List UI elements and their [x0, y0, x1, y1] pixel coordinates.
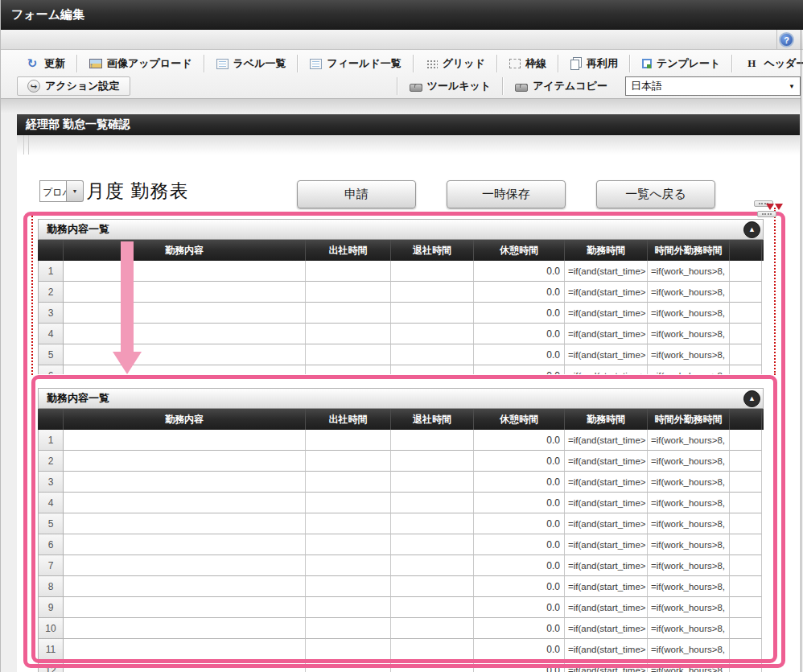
work-content-cell[interactable]	[64, 472, 306, 493]
break-time-cell[interactable]: 0.0	[474, 555, 565, 576]
start-time-cell[interactable]	[306, 430, 391, 451]
end-time-cell[interactable]	[391, 344, 474, 365]
overtime-formula-cell[interactable]: =if(work_hours>8,	[648, 597, 730, 618]
row-number-cell[interactable]: 6	[38, 365, 64, 374]
work-content-cell[interactable]	[64, 597, 306, 618]
resize-handle[interactable]	[757, 211, 776, 217]
start-time-cell[interactable]	[306, 324, 391, 344]
empty-cell[interactable]	[730, 639, 762, 660]
toolbar-button-image-upload[interactable]: 画像アップロード	[80, 54, 202, 73]
start-time-cell[interactable]	[306, 513, 391, 534]
break-time-cell[interactable]: 0.0	[474, 660, 565, 672]
end-time-cell[interactable]	[391, 324, 474, 344]
end-time-cell[interactable]	[391, 365, 474, 374]
end-time-cell[interactable]	[391, 282, 474, 303]
row-number-cell[interactable]: 8	[38, 576, 64, 597]
empty-cell[interactable]	[730, 660, 762, 672]
work-content-cell[interactable]	[64, 430, 306, 451]
work-time-formula-cell[interactable]: =if(and(start_time>	[565, 282, 648, 303]
overtime-formula-cell[interactable]: =if(work_hours>8,	[648, 618, 730, 639]
empty-cell[interactable]	[730, 597, 762, 618]
help-icon[interactable]: ?	[779, 32, 794, 47]
end-time-cell[interactable]	[391, 639, 474, 660]
row-number-cell[interactable]: 1	[38, 261, 64, 282]
overtime-formula-cell[interactable]: =if(work_hours>8,	[648, 451, 730, 472]
overtime-formula-cell[interactable]: =if(work_hours>8,	[648, 534, 730, 555]
row-number-cell[interactable]: 7	[38, 555, 64, 576]
work-time-formula-cell[interactable]: =if(and(start_time>	[565, 534, 648, 555]
empty-cell[interactable]	[730, 451, 762, 472]
work-content-cell[interactable]	[64, 618, 306, 639]
toolbar-button-grid[interactable]: グリッド	[416, 54, 495, 73]
break-time-cell[interactable]: 0.0	[474, 639, 565, 660]
work-time-formula-cell[interactable]: =if(and(start_time>	[565, 451, 648, 472]
end-time-cell[interactable]	[391, 493, 474, 513]
break-time-cell[interactable]: 0.0	[474, 493, 565, 513]
work-time-formula-cell[interactable]: =if(and(start_time>	[565, 576, 648, 597]
toolbar-button-header-footer[interactable]: ヘッダーとフッター	[735, 54, 803, 73]
empty-cell[interactable]	[730, 365, 762, 374]
toolbar-button-update[interactable]: 更新	[15, 54, 75, 73]
overtime-formula-cell[interactable]: =if(work_hours>8,	[648, 344, 730, 365]
start-time-cell[interactable]	[306, 618, 391, 639]
start-time-cell[interactable]	[306, 576, 391, 597]
overtime-formula-cell[interactable]: =if(work_hours>8,	[648, 555, 730, 576]
toolbar-button-action-settings[interactable]: アクション設定	[17, 76, 130, 96]
overtime-formula-cell[interactable]: =if(work_hours>8,	[648, 365, 730, 374]
toolbar-button-reuse[interactable]: 再利用	[561, 54, 628, 73]
work-time-formula-cell[interactable]: =if(and(start_time>	[565, 261, 648, 282]
row-number-cell[interactable]: 9	[38, 597, 64, 618]
work-content-cell[interactable]	[64, 555, 306, 576]
work-time-formula-cell[interactable]: =if(and(start_time>	[565, 660, 648, 672]
start-time-cell[interactable]	[306, 344, 391, 365]
empty-cell[interactable]	[730, 555, 762, 576]
collapse-button[interactable]: ▲	[743, 221, 760, 238]
break-time-cell[interactable]: 0.0	[474, 344, 565, 365]
break-time-cell[interactable]: 0.0	[474, 597, 565, 618]
end-time-cell[interactable]	[391, 303, 474, 324]
work-content-cell[interactable]	[64, 534, 306, 555]
empty-cell[interactable]	[730, 472, 762, 493]
overtime-formula-cell[interactable]: =if(work_hours>8,	[648, 576, 730, 597]
row-number-cell[interactable]: 10	[38, 618, 64, 639]
language-select[interactable]: 日本語▼	[625, 76, 801, 96]
work-time-formula-cell[interactable]: =if(and(start_time>	[565, 493, 648, 513]
end-time-cell[interactable]	[391, 472, 474, 493]
toolbar-button-label-list[interactable]: ラベル一覧	[207, 54, 296, 73]
back-to-list-button[interactable]: 一覧へ戻る	[596, 180, 715, 208]
work-content-cell[interactable]	[64, 324, 306, 344]
toolbar-button-item-copy[interactable]: アイテムコピー	[505, 76, 617, 96]
end-time-cell[interactable]	[391, 513, 474, 534]
work-content-cell[interactable]	[64, 576, 306, 597]
work-content-cell[interactable]	[64, 365, 306, 374]
collapse-button[interactable]: ▲	[743, 390, 760, 407]
start-time-cell[interactable]	[306, 365, 391, 374]
end-time-cell[interactable]	[391, 534, 474, 555]
start-time-cell[interactable]	[306, 597, 391, 618]
work-content-cell[interactable]	[64, 639, 306, 660]
start-time-cell[interactable]	[306, 472, 391, 493]
overtime-formula-cell[interactable]: =if(work_hours>8,	[648, 303, 730, 324]
work-time-formula-cell[interactable]: =if(and(start_time>	[565, 513, 648, 534]
start-time-cell[interactable]	[306, 261, 391, 282]
work-time-formula-cell[interactable]: =if(and(start_time>	[565, 555, 648, 576]
apply-button[interactable]: 申請	[297, 180, 416, 208]
empty-cell[interactable]	[730, 618, 762, 639]
work-content-cell[interactable]	[64, 303, 306, 324]
overtime-formula-cell[interactable]: =if(work_hours>8,	[648, 261, 730, 282]
row-number-cell[interactable]: 1	[38, 430, 64, 451]
empty-cell[interactable]	[730, 493, 762, 513]
break-time-cell[interactable]: 0.0	[474, 261, 565, 282]
work-content-cell[interactable]	[64, 513, 306, 534]
start-time-cell[interactable]	[306, 451, 391, 472]
break-time-cell[interactable]: 0.0	[474, 430, 565, 451]
row-number-cell[interactable]: 4	[38, 324, 64, 344]
break-time-cell[interactable]: 0.0	[474, 365, 565, 374]
end-time-cell[interactable]	[391, 430, 474, 451]
empty-cell[interactable]	[730, 534, 762, 555]
work-time-formula-cell[interactable]: =if(and(start_time>	[565, 639, 648, 660]
empty-cell[interactable]	[730, 303, 762, 324]
row-number-cell[interactable]: 6	[38, 534, 64, 555]
end-time-cell[interactable]	[391, 618, 474, 639]
overtime-formula-cell[interactable]: =if(work_hours>8,	[648, 430, 730, 451]
